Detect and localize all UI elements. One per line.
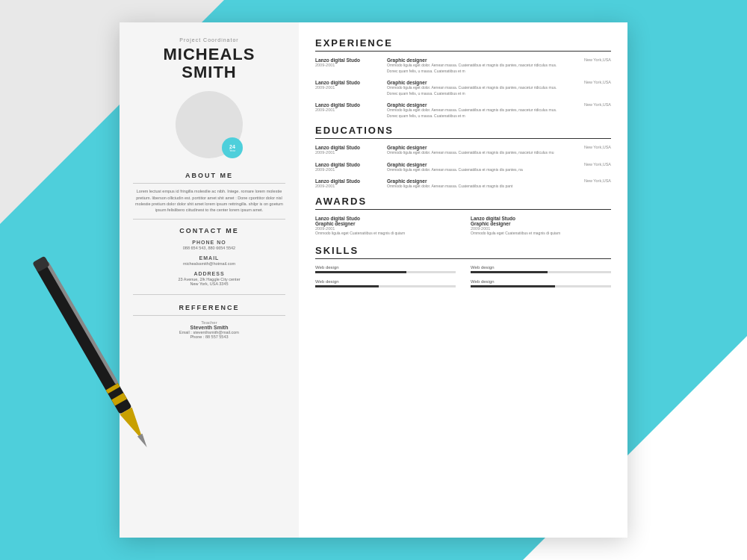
address-label: ADDRESS [193,271,224,276]
awards-divider [315,209,611,210]
profile-area: 24 Year [176,91,243,158]
email-value: michealssmith@hotmail.com [183,261,235,266]
experience-title: EXPERIENCE [315,37,611,49]
skill-row-3: Web design [315,279,456,287]
email-label: EMAIL [199,255,220,261]
skill-bar-bg-4 [471,285,611,287]
ref-name: Steventh Smith [190,325,229,330]
exp-left-1: Lanzo digital Studo 2009-2001 [315,57,382,74]
left-panel: Project Coordinator MICHEALS SMITH 24 Ye… [120,22,299,538]
skill-row-2: Web design [471,265,611,273]
about-title: ABOUT ME [185,172,233,179]
contact-divider-top [133,219,285,220]
reference-title: REFFERENCE [179,304,239,311]
experience-item-2: Lanzo digital Studo 2009-2001 Graphic de… [315,80,611,96]
svg-rect-1 [46,261,119,385]
svg-rect-0 [36,262,132,414]
education-item-3: Lanzo digital Studo 2009-2001 Graphic de… [315,178,611,190]
educations-title: EDUCATIONS [315,125,611,136]
skills-grid: Web design Web design Web design Web des… [315,265,611,290]
about-text: Lorem lectust empus id fringilla molestl… [133,188,285,213]
svg-marker-2 [120,408,149,445]
experience-item-3: Lanzo digital Studo 2009-2001 Graphic de… [315,102,611,119]
skill-bar-bg-3 [315,285,456,287]
education-item-2: Lanzo digital Studo 2009-2001 Graphic de… [315,162,611,173]
resume-paper: Project Coordinator MICHEALS SMITH 24 Ye… [120,22,627,538]
skill-bar-fill-2 [471,271,548,273]
skill-bar-fill-3 [315,285,379,287]
phone-value: 088 654 543, 880 6654 5542 [183,246,235,250]
phone-label: PHONE NO [192,240,226,245]
skill-bar-fill-4 [471,285,555,287]
award-item-1: Lanzo digital Studo Graphic designer 200… [315,216,456,237]
award-item-2: Lanzo digital Studo Graphic designer 200… [471,216,611,237]
svg-marker-3 [137,434,149,449]
experience-badge: 24 Year [222,137,243,158]
education-item-1: Lanzo digital Studo 2009-2001 Graphic de… [315,145,611,156]
skills-title: SKILLS [315,245,611,256]
skill-bar-fill-1 [315,271,406,273]
educations-divider [315,138,611,139]
contact-title: CONTACT ME [179,227,238,234]
skill-bar-bg-2 [471,271,611,273]
candidate-name: MICHEALS SMITH [164,46,255,81]
awards-grid: Lanzo digital Studo Graphic designer 200… [315,216,611,240]
skills-divider [315,258,611,259]
experience-item-1: Lanzo digital Studo 2009-2001 Graphic de… [315,57,611,74]
right-panel: EXPERIENCE Lanzo digital Studo 2009-2001… [299,22,627,538]
skill-row-1: Web design [315,265,456,273]
awards-title: AWARDS [315,196,611,207]
experience-divider [315,51,611,52]
ref-divider-top [133,294,285,295]
ref-phone: Phone : 88 557 5543 [190,335,228,339]
address-value: 23 Avenue, 2/k Haggle City centerNew Yor… [178,277,240,286]
about-divider [133,183,285,184]
skill-row-4: Web design [471,279,611,287]
skill-bar-bg-1 [315,271,456,273]
job-title: Project Coordinator [179,37,238,43]
